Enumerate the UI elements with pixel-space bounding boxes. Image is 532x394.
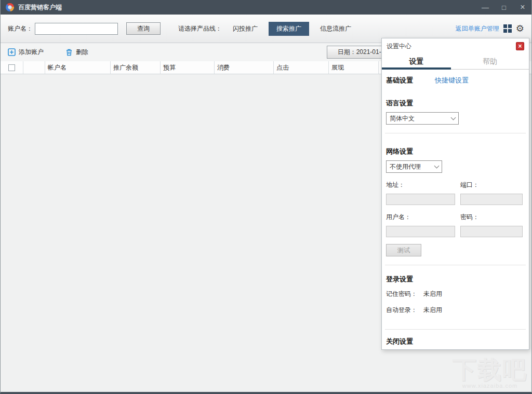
account-name-label: 账户名：	[8, 24, 33, 33]
close-window-icon[interactable]: ×	[519, 4, 526, 11]
password-label: 密码：	[460, 213, 479, 222]
delete-button[interactable]: 删除	[65, 48, 88, 57]
chevron-down-icon	[434, 164, 440, 169]
header-cell-checkbox	[1, 61, 23, 74]
settings-tabs: 设置 帮助	[382, 54, 529, 70]
watermark: 下载吧 www.xiazaiba.com	[453, 358, 527, 389]
password-field[interactable]	[460, 226, 523, 237]
add-plus-icon	[8, 48, 16, 56]
delete-label: 删除	[76, 48, 88, 57]
divider	[385, 133, 526, 133]
tab-help[interactable]: 帮助	[451, 54, 529, 69]
port-label: 端口：	[460, 181, 479, 189]
select-all-checkbox[interactable]	[8, 64, 15, 71]
window-title: 百度营销客户端	[18, 3, 62, 12]
settings-panel: 设置中心 × 设置 帮助 基础设置 快捷键设置 语言设置 简体中文 网络设置 不…	[381, 38, 529, 350]
header-cell-clicks[interactable]: 点击	[274, 61, 329, 74]
header-cell-impressions[interactable]: 展现	[329, 61, 379, 74]
app-window: 百度营销客户端 — □ × 账户名： 查询 请选择产品线： 闪投推广 搜索推广 …	[0, 0, 532, 394]
port-field[interactable]	[460, 194, 523, 205]
settings-panel-header: 设置中心 ×	[382, 38, 529, 54]
network-auth-inputs	[386, 226, 525, 237]
tab-search-promotion[interactable]: 搜索推广	[269, 22, 309, 36]
query-button[interactable]: 查询	[126, 22, 161, 35]
remember-password-value: 未启用	[423, 290, 442, 298]
network-settings-heading: 网络设置	[386, 147, 525, 156]
proxy-select-value: 不使用代理	[390, 162, 421, 171]
language-settings-heading: 语言设置	[386, 99, 525, 108]
divider	[385, 265, 526, 265]
toolbar-right: 返回单账户管理 ⚙	[456, 24, 524, 33]
language-select[interactable]: 简体中文	[386, 112, 459, 125]
titlebar: 百度营销客户端 — □ ×	[1, 0, 531, 15]
tab-flash-promotion[interactable]: 闪投推广	[225, 22, 265, 36]
watermark-url: www.xiazaiba.com	[453, 383, 527, 389]
watermark-text: 下载吧	[453, 358, 527, 382]
test-button[interactable]: 测试	[386, 244, 421, 256]
tab-feed-promotion[interactable]: 信息流推广	[312, 22, 359, 36]
network-auth-labels: 用户名： 密码：	[386, 213, 525, 222]
trash-icon	[65, 48, 73, 56]
remember-password-row: 记住密码： 未启用	[386, 290, 525, 298]
address-field[interactable]	[386, 194, 455, 205]
header-cell-spacer	[23, 61, 45, 74]
username-label: 用户名：	[386, 213, 460, 222]
username-field[interactable]	[386, 226, 455, 237]
tab-settings[interactable]: 设置	[382, 54, 451, 69]
subtab-basic-settings[interactable]: 基础设置	[386, 76, 413, 85]
network-address-inputs	[386, 194, 525, 205]
auto-login-value: 未启用	[423, 306, 442, 315]
back-to-single-account-link[interactable]: 返回单账户管理	[456, 24, 499, 33]
app-logo-icon	[6, 3, 14, 11]
panel-close-icon[interactable]: ×	[516, 42, 524, 50]
header-cell-account[interactable]: 帐户名	[45, 61, 111, 74]
chevron-down-icon	[451, 115, 456, 120]
add-account-label: 添加账户	[19, 48, 44, 57]
login-settings-heading: 登录设置	[386, 275, 525, 284]
proxy-select[interactable]: 不使用代理	[386, 160, 442, 173]
maximize-icon[interactable]: □	[500, 4, 508, 11]
window-controls: — □ ×	[482, 4, 526, 11]
language-select-value: 简体中文	[390, 114, 415, 123]
header-cell-balance[interactable]: 推广余额	[111, 61, 161, 74]
product-line-label: 请选择产品线：	[178, 24, 222, 33]
auto-login-row: 自动登录： 未启用	[386, 306, 525, 315]
remember-password-label: 记住密码：	[386, 290, 423, 298]
account-name-input[interactable]	[35, 23, 118, 35]
address-label: 地址：	[386, 181, 460, 189]
settings-panel-title: 设置中心	[387, 42, 411, 51]
close-settings-heading: 关闭设置	[386, 337, 525, 346]
network-address-labels: 地址： 端口：	[386, 181, 525, 189]
add-account-button[interactable]: 添加账户	[8, 48, 44, 57]
settings-subtabs: 基础设置 快捷键设置	[382, 70, 529, 85]
header-cell-budget[interactable]: 预算	[161, 61, 215, 74]
apps-grid-icon[interactable]	[503, 24, 512, 33]
settings-gear-icon[interactable]: ⚙	[516, 24, 524, 33]
auto-login-label: 自动登录：	[386, 306, 423, 315]
header-cell-cost[interactable]: 消费	[215, 61, 274, 74]
minimize-icon[interactable]: —	[482, 4, 489, 11]
subtab-shortcut-settings[interactable]: 快捷键设置	[435, 76, 469, 85]
divider	[385, 329, 526, 330]
